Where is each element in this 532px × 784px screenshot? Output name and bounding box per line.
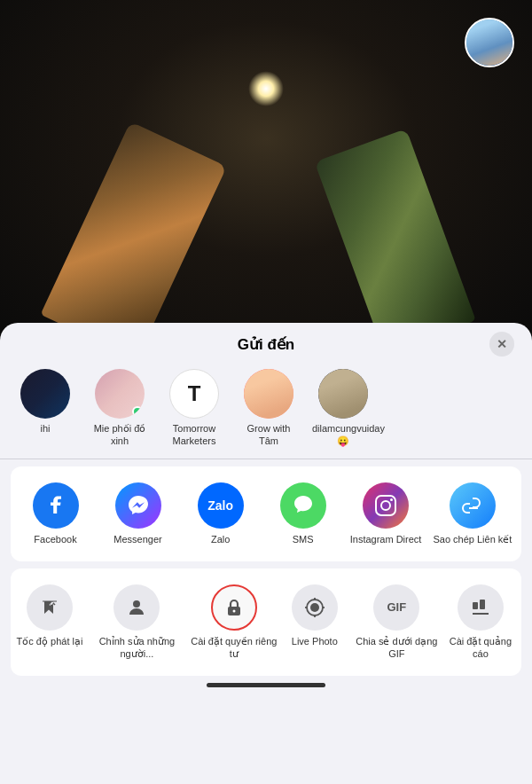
sheet-header: Gửi đến ✕ <box>0 323 532 362</box>
contact-avatar-mie <box>95 369 145 419</box>
app-saochep[interactable]: Sao chép Liên kết <box>433 482 512 545</box>
contact-name-mie: Mie phối đồ xinh <box>89 422 151 448</box>
svg-point-5 <box>232 609 235 612</box>
action-chiasegif[interactable]: GIF Chia sẻ dưới dạng GIF <box>350 584 443 661</box>
sms-icon <box>280 482 326 529</box>
app-sms[interactable]: SMS <box>268 482 339 545</box>
contact-tomorrow[interactable]: T Tomorrow Marketers <box>163 369 225 448</box>
tocdo-icon <box>27 584 73 631</box>
contact-ihi[interactable]: ihi <box>14 369 76 448</box>
light-flare <box>248 71 284 106</box>
app-facebook[interactable]: Facebook <box>20 482 91 545</box>
contacts-row: ihi Mie phối đồ xinh T Tomorrow Marketer… <box>0 362 532 459</box>
action-livephoto[interactable]: Live Photo <box>279 584 350 661</box>
dilam-face <box>318 369 368 419</box>
chinhsua-icon <box>113 584 160 631</box>
share-sheet: Gửi đến ✕ ihi Mie phối đồ xinh T Tomorro… <box>0 323 532 784</box>
zalo-icon: Zalo <box>198 482 244 529</box>
sheet-title: Gửi đến <box>43 335 489 354</box>
action-name-livephoto: Live Photo <box>292 635 338 647</box>
caidatquangcao-icon <box>458 584 504 631</box>
action-chinhsua[interactable]: Chỉnh sửa những người... <box>85 584 189 661</box>
app-name-facebook: Facebook <box>34 533 76 545</box>
contact-avatar-dilam <box>318 369 368 419</box>
livephoto-icon <box>292 584 338 631</box>
app-name-saochep: Sao chép Liên kết <box>433 533 512 545</box>
action-caidatquangcao[interactable]: Cài đặt quảng cáo <box>443 584 518 661</box>
actions-section: Tốc độ phát lại Chỉnh sửa những người... <box>11 568 521 677</box>
app-messenger[interactable]: Messenger <box>103 482 174 545</box>
app-name-sms: SMS <box>293 533 314 545</box>
saochep-icon <box>450 482 496 529</box>
app-instagram[interactable]: Instagram Direct <box>350 482 422 545</box>
app-zalo[interactable]: Zalo Zalo <box>185 482 256 545</box>
tomorrow-logo: T <box>188 381 201 406</box>
caidatriengtu-icon <box>211 584 257 631</box>
action-tocdo[interactable]: Tốc độ phát lại <box>14 584 85 661</box>
grow-face <box>244 369 293 419</box>
contact-mie[interactable]: Mie phối đồ xinh <box>89 369 151 448</box>
app-name-zalo: Zalo <box>211 533 230 545</box>
contact-grow[interactable]: Grow with Tâm <box>238 369 300 448</box>
svg-point-3 <box>133 600 140 608</box>
avatar <box>465 18 514 67</box>
messenger-icon <box>115 482 161 529</box>
svg-point-2 <box>390 498 393 501</box>
contact-name-dilam: dilamcungvuiday😛 <box>312 422 374 448</box>
chiasegif-icon: GIF <box>373 584 419 631</box>
contact-avatar-ihi <box>20 369 70 419</box>
svg-point-6 <box>310 603 319 612</box>
svg-rect-12 <box>473 602 478 609</box>
contact-avatar-grow <box>244 369 293 419</box>
action-name-chinhsua: Chỉnh sửa những người... <box>85 635 189 661</box>
contact-name-tomorrow: Tomorrow Marketers <box>163 422 225 448</box>
bottle-left <box>41 122 227 346</box>
action-name-caidatquangcao: Cài đặt quảng cáo <box>443 635 518 661</box>
app-name-messenger: Messenger <box>113 533 161 545</box>
contact-name-ihi: ihi <box>40 422 50 435</box>
instagram-icon <box>363 482 409 529</box>
online-indicator <box>132 406 143 417</box>
apps-section: Facebook Messenger Zalo Zalo <box>11 466 521 561</box>
app-name-instagram: Instagram Direct <box>350 533 422 545</box>
divider-1 <box>0 459 532 459</box>
action-name-caidatriengtu: Cài đặt quyền riêng tư <box>189 635 279 661</box>
apps-row: Facebook Messenger Zalo Zalo <box>11 475 521 553</box>
svg-rect-0 <box>376 496 395 515</box>
contact-name-grow: Grow with Tâm <box>238 422 300 448</box>
contact-avatar-tomorrow: T <box>169 369 219 419</box>
action-name-tocdo: Tốc độ phát lại <box>17 635 83 647</box>
action-name-chiasegif: Chia sẻ dưới dạng GIF <box>350 635 443 661</box>
action-caidatriengtu[interactable]: Cài đặt quyền riêng tư <box>189 584 279 661</box>
actions-row: Tốc độ phát lại Chỉnh sửa những người... <box>11 577 521 668</box>
svg-rect-13 <box>480 600 485 609</box>
svg-point-1 <box>381 501 390 510</box>
facebook-icon <box>33 482 79 529</box>
close-button[interactable]: ✕ <box>489 332 514 357</box>
home-indicator <box>207 683 325 687</box>
bottle-right <box>315 129 476 346</box>
photo-preview <box>0 0 532 346</box>
contact-dilam[interactable]: dilamcungvuiday😛 <box>312 369 374 448</box>
